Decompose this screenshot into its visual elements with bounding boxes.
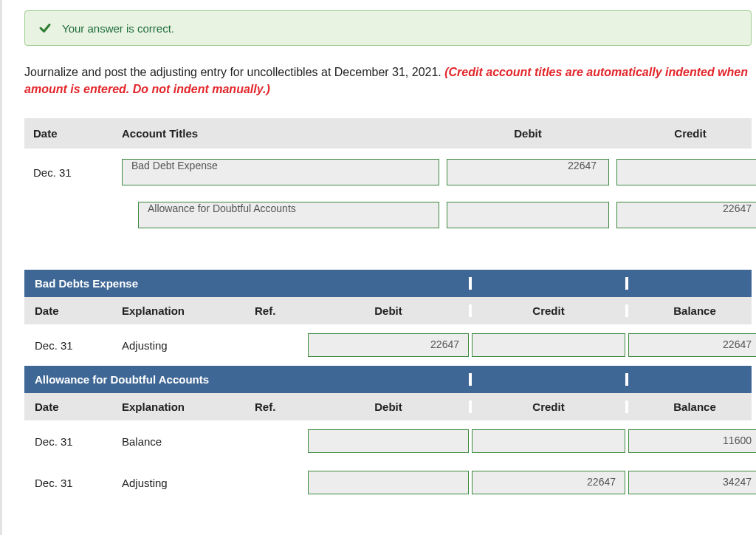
ledger-balance-input[interactable]: 11600: [628, 429, 756, 453]
ledger-explanation: Balance: [122, 435, 255, 448]
ledger-title-row: Bad Debts Expense: [24, 270, 752, 297]
ledger-row: Dec. 31 Adjusting 22647 34247: [24, 462, 752, 503]
ledger-title-row: Allowance for Doubtful Accounts: [24, 366, 752, 393]
ledger-header-balance: Balance: [628, 401, 756, 413]
ledger-date: Dec. 31: [35, 477, 122, 489]
credit-input[interactable]: 22647: [616, 202, 756, 228]
ledger-header-row: Date Explanation Ref. Debit Credit Balan…: [24, 393, 752, 420]
ledger-explanation: Adjusting: [122, 477, 255, 489]
ledger-debit-input[interactable]: [308, 429, 469, 453]
banner-text: Your answer is correct.: [62, 22, 174, 35]
ledger-header-credit: Credit: [472, 401, 625, 413]
ledger-header-ref: Ref.: [255, 304, 308, 317]
ledger-debit-input[interactable]: 22647: [308, 333, 469, 357]
journal-header-date: Date: [33, 127, 114, 140]
journal-header-debit: Debit: [447, 127, 609, 140]
debit-input[interactable]: 22647: [447, 159, 609, 185]
ledger-date: Dec. 31: [35, 339, 122, 352]
ledger-block: Allowance for Doubtful Accounts Date Exp…: [24, 366, 752, 503]
account-title-input[interactable]: Bad Debt Expense: [122, 159, 439, 185]
question-instruction: Journalize and post the adjusting entry …: [24, 64, 752, 98]
journal-header-row: Date Account Titles Debit Credit: [24, 118, 752, 149]
ledger-header-row: Date Explanation Ref. Debit Credit Balan…: [24, 297, 752, 324]
ledger-header-explanation: Explanation: [122, 401, 255, 413]
ledger-header-date: Date: [35, 304, 122, 317]
ledger-row: Dec. 31 Balance 11600: [24, 420, 752, 462]
ledger-credit-input[interactable]: [472, 429, 625, 453]
ledger-debit-input[interactable]: [308, 471, 469, 494]
journal-date: Dec. 31: [33, 166, 114, 179]
ledger-title: Bad Debts Expense: [35, 277, 308, 290]
journal-header-credit: Credit: [616, 127, 756, 140]
ledger-credit-input[interactable]: [472, 333, 625, 357]
correct-answer-banner: Your answer is correct.: [24, 10, 752, 46]
ledger-balance-input[interactable]: 34247: [628, 471, 756, 494]
ledger-block: Bad Debts Expense Date Explanation Ref. …: [24, 270, 752, 366]
journal-header-titles: Account Titles: [122, 127, 439, 140]
ledger-header-explanation: Explanation: [122, 304, 255, 317]
ledger-header-balance: Balance: [628, 304, 756, 317]
ledger-header-debit: Debit: [308, 304, 469, 317]
ledger-date: Dec. 31: [35, 435, 122, 448]
journal-row: Dec. 31 Bad Debt Expense 22647: [24, 149, 752, 185]
ledger-header-ref: Ref.: [255, 401, 308, 413]
debit-input[interactable]: [447, 202, 609, 228]
ledger-credit-input[interactable]: 22647: [472, 471, 625, 494]
credit-input[interactable]: [616, 159, 756, 185]
instruction-plain: Journalize and post the adjusting entry …: [24, 66, 444, 78]
account-title-input[interactable]: Allowance for Doubtful Accounts: [138, 202, 439, 228]
check-icon: [38, 21, 52, 35]
ledger-row: Dec. 31 Adjusting 22647 22647: [24, 324, 752, 366]
ledger-header-credit: Credit: [472, 304, 625, 317]
ledger-header-date: Date: [35, 401, 122, 413]
ledger-title: Allowance for Doubtful Accounts: [35, 373, 308, 386]
ledger-explanation: Adjusting: [122, 339, 255, 352]
ledger-header-debit: Debit: [308, 401, 469, 413]
journal-row: Allowance for Doubtful Accounts 22647: [24, 185, 752, 228]
ledger-balance-input[interactable]: 22647: [628, 333, 756, 357]
